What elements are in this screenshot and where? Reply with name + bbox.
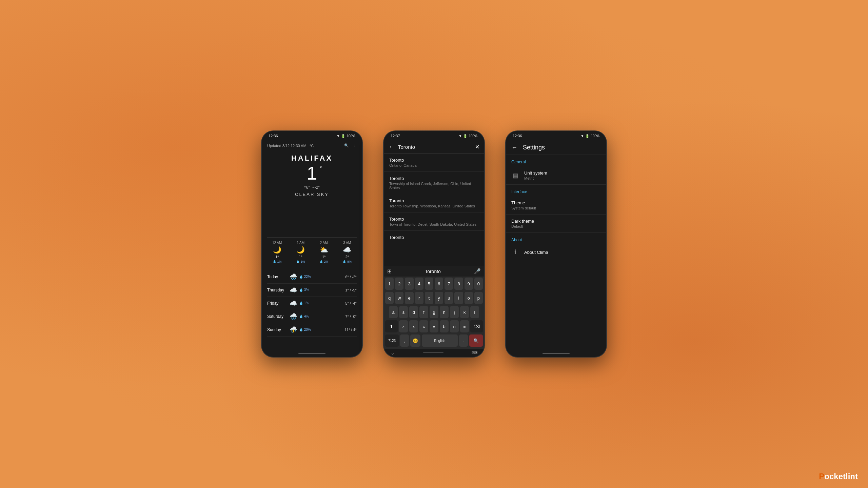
about-clima-item[interactable]: ℹ About Clima — [506, 244, 606, 260]
key-emoji[interactable]: 😊 — [410, 334, 420, 347]
key-5[interactable]: 5 — [425, 278, 433, 290]
result-detail-1: Township of Island Creek, Jefferson, Ohi… — [389, 182, 479, 190]
key-m[interactable]: m — [460, 320, 469, 332]
key-v[interactable]: v — [430, 320, 438, 332]
hour-label-2: 2 AM — [320, 241, 328, 245]
key-9[interactable]: 9 — [465, 278, 473, 290]
key-b[interactable]: b — [440, 320, 449, 332]
result-item-2[interactable]: Toronto Toronto Township, Woodson, Kansa… — [384, 194, 484, 212]
key-z[interactable]: z — [399, 320, 408, 332]
daily-item-1: Thursday ☁️ 💧 3% 1° / -5° — [267, 284, 357, 297]
mic-icon[interactable]: 🎤 — [474, 268, 481, 274]
divider-1 — [267, 237, 357, 238]
dark-theme-value: Default — [511, 224, 601, 228]
key-3[interactable]: 3 — [405, 278, 413, 290]
settings-back-button[interactable]: ← — [511, 144, 517, 151]
result-item-4[interactable]: Toronto — [384, 231, 484, 244]
settings-content: General ▤ Unit system Metric Interface T… — [506, 155, 606, 350]
result-city-0: Toronto — [389, 158, 479, 163]
key-l[interactable]: l — [470, 306, 479, 318]
key-s[interactable]: s — [399, 306, 408, 318]
hour-temp-1: 1° — [299, 255, 302, 259]
search-icon[interactable]: 🔍 — [344, 143, 349, 148]
dark-theme-item[interactable]: Dark theme Default — [506, 215, 606, 233]
battery-text-3: 100% — [591, 134, 599, 138]
key-0[interactable]: 0 — [474, 278, 483, 290]
pocketlint-p: P — [819, 472, 824, 481]
key-comma[interactable]: , — [400, 334, 409, 347]
key-g[interactable]: g — [430, 306, 438, 318]
unit-system-value: Metric — [524, 176, 601, 180]
result-item-3[interactable]: Toronto Town of Toronto, Deuel, South Da… — [384, 212, 484, 231]
key-u[interactable]: u — [445, 292, 453, 304]
keyboard-row3: ⬆ z x c v b n m ⌫ — [384, 319, 484, 333]
key-d[interactable]: d — [409, 306, 418, 318]
key-p[interactable]: p — [474, 292, 483, 304]
temp-value: 1 — [307, 162, 317, 184]
result-city-3: Toronto — [389, 217, 479, 222]
key-x[interactable]: x — [409, 320, 418, 332]
key-j[interactable]: j — [450, 306, 459, 318]
daily-temps-1: 1° / -5° — [345, 288, 357, 292]
hour-label-0: 12 AM — [272, 241, 282, 245]
backspace-key[interactable]: ⌫ — [470, 320, 483, 332]
daily-day-2: Friday — [267, 301, 288, 306]
weather-screen: Updated 3/12 12:30 AM · °C 🔍 ⋮ HALIFAX 1… — [262, 141, 362, 350]
weather-actions: 🔍 ⋮ — [344, 143, 357, 148]
unit-system-label: Unit system — [524, 170, 601, 176]
unit-system-text: Unit system Metric — [524, 170, 601, 180]
clear-button[interactable]: ✕ — [475, 144, 479, 150]
home-indicator-3 — [506, 350, 606, 357]
key-q[interactable]: q — [385, 292, 394, 304]
key-1[interactable]: 1 — [385, 278, 394, 290]
unit-system-item[interactable]: ▤ Unit system Metric — [506, 166, 606, 185]
key-h[interactable]: h — [440, 306, 449, 318]
hour-temp-0: 1° — [275, 255, 279, 259]
key-n[interactable]: n — [450, 320, 459, 332]
daily-precip-4: 💧 20% — [299, 328, 342, 331]
key-6[interactable]: 6 — [435, 278, 443, 290]
theme-value: System default — [511, 206, 601, 210]
key-search[interactable]: 🔍 — [469, 334, 483, 347]
key-t[interactable]: t — [425, 292, 433, 304]
key-e[interactable]: e — [405, 292, 413, 304]
keyboard-row2: a s d f g h j k l — [384, 305, 484, 319]
key-y[interactable]: y — [435, 292, 443, 304]
key-a[interactable]: a — [389, 306, 398, 318]
key-k[interactable]: k — [460, 306, 469, 318]
key-c[interactable]: c — [419, 320, 428, 332]
key-f[interactable]: f — [419, 306, 428, 318]
key-2[interactable]: 2 — [395, 278, 403, 290]
daily-day-0: Today — [267, 274, 288, 279]
keyboard-bottom-row: ?123 , 😊 English . 🔍 — [384, 333, 484, 349]
menu-icon[interactable]: ⋮ — [353, 143, 357, 148]
key-4[interactable]: 4 — [415, 278, 423, 290]
result-item-0[interactable]: Toronto Ontario, Canada — [384, 154, 484, 172]
key-space[interactable]: English — [422, 334, 458, 347]
key-period[interactable]: . — [459, 334, 468, 347]
general-section-header: General — [506, 155, 606, 166]
daily-precip-0: 💧 22% — [299, 275, 343, 279]
result-city-2: Toronto — [389, 198, 479, 203]
theme-item[interactable]: Theme System default — [506, 196, 606, 215]
keyboard-icon[interactable]: ⌨ — [472, 350, 477, 355]
key-r[interactable]: r — [415, 292, 423, 304]
chevron-down-icon[interactable]: ⌄ — [391, 350, 395, 355]
key-shift[interactable]: ⬆ — [385, 320, 398, 332]
key-8[interactable]: 8 — [454, 278, 463, 290]
key-sym[interactable]: ?123 — [385, 334, 399, 347]
temp-low: ~-2° — [312, 185, 320, 190]
key-w[interactable]: w — [395, 292, 403, 304]
key-o[interactable]: o — [465, 292, 473, 304]
result-item-1[interactable]: Toronto Township of Island Creek, Jeffer… — [384, 172, 484, 194]
search-input[interactable] — [398, 144, 472, 150]
result-city-4: Toronto — [389, 235, 479, 240]
hourly-forecast: 12 AM 🌙 1° 💧 1% 1 AM 🌙 1° 💧 1% 2 AM ⛅ 1°… — [262, 241, 362, 263]
back-button[interactable]: ← — [389, 143, 395, 150]
key-7[interactable]: 7 — [445, 278, 453, 290]
hour-precip-3: 💧 8% — [342, 260, 352, 263]
key-i[interactable]: i — [454, 292, 463, 304]
hour-item-3: 3 AM ☁️ 2° 💧 8% — [342, 241, 352, 263]
dark-theme-label: Dark theme — [511, 219, 601, 224]
settings-header: ← Settings — [506, 141, 606, 155]
